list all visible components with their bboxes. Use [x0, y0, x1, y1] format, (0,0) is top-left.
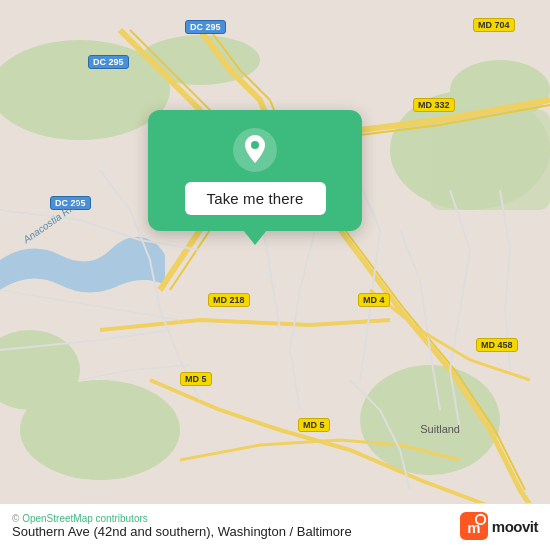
road-badge-md5-1: MD 5 — [180, 372, 212, 386]
road-badge-md4: MD 4 — [358, 293, 390, 307]
map-background — [0, 0, 550, 550]
moovit-text-label: moovit — [492, 518, 538, 535]
road-badge-md218: MD 218 — [208, 293, 250, 307]
map-container: DC 295 DC 295 DC 295 MD 704 MD 332 MD 21… — [0, 0, 550, 550]
road-badge-md5-2: MD 5 — [298, 418, 330, 432]
suitland-label: Suitland — [420, 423, 460, 435]
road-badge-md332: MD 332 — [413, 98, 455, 112]
svg-point-2 — [140, 35, 260, 85]
copyright-text: © OpenStreetMap contributors — [12, 513, 352, 524]
svg-point-12 — [476, 515, 485, 524]
svg-point-8 — [360, 365, 500, 475]
location-pin-icon — [233, 128, 277, 172]
road-badge-dc295-1: DC 295 — [185, 20, 226, 34]
pin-svg — [242, 135, 268, 165]
road-badge-md704: MD 704 — [473, 18, 515, 32]
bottom-bar: © OpenStreetMap contributors Southern Av… — [0, 503, 550, 550]
road-badge-dc295-2: DC 295 — [88, 55, 129, 69]
svg-point-9 — [251, 141, 259, 149]
svg-rect-5 — [430, 110, 550, 210]
address-text: Southern Ave (42nd and southern), Washin… — [12, 524, 352, 539]
moovit-icon-svg: m — [460, 512, 488, 540]
copyright-symbol: © — [12, 513, 22, 524]
take-me-there-button[interactable]: Take me there — [185, 182, 326, 215]
moovit-logo: m moovit — [460, 512, 538, 540]
popup-card: Take me there — [148, 110, 362, 231]
road-badge-md458: MD 458 — [476, 338, 518, 352]
osm-link[interactable]: OpenStreetMap contributors — [22, 513, 148, 524]
bottom-left: © OpenStreetMap contributors Southern Av… — [12, 513, 352, 539]
